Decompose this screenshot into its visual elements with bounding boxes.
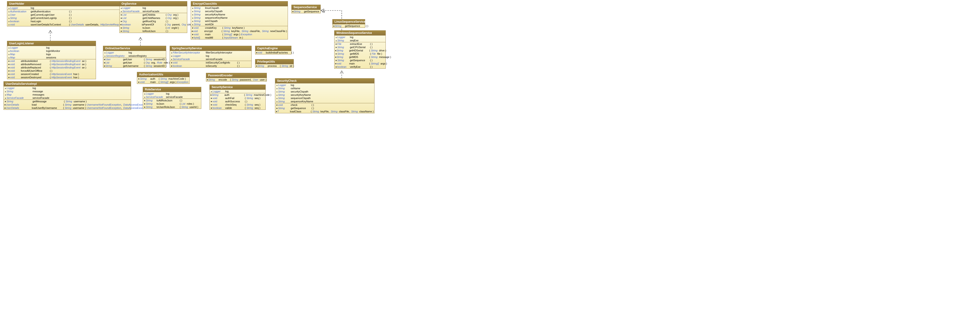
member-type: void (140, 81, 150, 84)
member-name: checkSeq (225, 103, 245, 106)
member-name: main (205, 33, 222, 36)
member-name: message (33, 90, 54, 93)
method-row: ●StringgetMessage( String username ) (4, 100, 131, 103)
visibility-icon: ● (191, 33, 194, 36)
member-name: toRootJson (143, 30, 166, 32)
params: ( HttpSessionBindingEvent se ) (50, 63, 86, 66)
attr-row: ⬧StringsecurityKeyName (191, 13, 288, 16)
member-name: log (206, 54, 242, 57)
class-SecurityCheck: SecurityCheck ⬧Loggerlog⬧StringosName⬧St… (275, 78, 374, 113)
method-row: ●FileextractExe( ) (334, 42, 385, 46)
method-row: ●booleanvalide( String seq ) (210, 106, 266, 109)
member-type: boolean (213, 106, 225, 109)
member-name: toAllRoleJson (157, 99, 180, 102)
member-name: readAll (205, 36, 222, 39)
method-row: ●StringgetHDSerial( String drive ) (334, 49, 385, 52)
member-name: getHDSerial (349, 49, 369, 52)
member-name: log (225, 90, 240, 93)
visibility-icon: ● (333, 25, 335, 27)
visibility-icon: ● (335, 49, 337, 52)
attr-row: ⬧Maplogs (7, 52, 96, 56)
member-type: void (10, 66, 21, 69)
params: ( String keyName ) (222, 26, 245, 29)
visibility-icon: ⬧ (8, 46, 10, 49)
method-row: ●StringgetMD5( String message ) (334, 55, 385, 59)
params: ( ) (237, 65, 239, 67)
method-row: ●voidmain( String[] args ) Exception (137, 81, 189, 84)
member-type: String (278, 90, 291, 93)
member-type: ServiceFacade (6, 96, 33, 99)
method-row: ●voidauthSuccess( ) (210, 100, 266, 103)
member-name: hasLogin (31, 20, 69, 23)
visibility-icon: ⬧ (120, 6, 123, 9)
member-name: attributeReplaced (21, 66, 50, 69)
visibility-icon: ● (138, 78, 140, 80)
class-CaptchaEngine: CaptchaEngine ●voidbuildInitialFactories… (255, 46, 291, 54)
member-type: Org (123, 20, 143, 23)
class-title: LinuxSequenceService (332, 19, 365, 24)
params: ( InputStream in ) (222, 36, 243, 39)
member-name: toJson (157, 102, 180, 105)
member-type: boolean (10, 20, 31, 23)
method-row: ●ListgetUser( Org org, Role role ) (103, 61, 166, 64)
member-type: List (105, 61, 123, 64)
member-name: loadUserByUsername (32, 106, 63, 109)
params: ( Org org ) (166, 17, 178, 19)
member-type: void (10, 23, 31, 26)
member-name: securityKeyName (205, 13, 234, 16)
params: ( ) (50, 70, 52, 72)
visibility-icon: ⬧ (191, 13, 194, 16)
visibility-icon: ● (120, 17, 123, 19)
visibility-icon: ● (8, 76, 10, 79)
member-type: void (10, 70, 21, 72)
member-type: Map (10, 56, 46, 59)
member-name: log (129, 51, 153, 54)
visibility-icon: ● (207, 78, 208, 81)
member-type: String (337, 49, 349, 52)
member-type: String (194, 23, 205, 26)
member-name: getUser (123, 61, 144, 64)
visibility-icon: ● (104, 58, 105, 61)
class-RoleService: RoleService ⬧Loggerlog⬧ServiceFacadeserv… (143, 87, 201, 109)
member-type: Map (6, 93, 33, 96)
member-type: List (123, 13, 143, 16)
method-row: ●ListgetChildNames( Org org ) (119, 16, 187, 20)
params: ( String keyFile, String classFile, Stri… (222, 30, 287, 32)
class-LinuxSequenceService: LinuxSequenceService ●StringgetSequence(… (332, 19, 365, 28)
attr-row: ⬧StringworkDir (191, 23, 288, 26)
visibility-icon: ● (120, 23, 122, 26)
member-type: String (337, 46, 350, 49)
params: ( String message ) (369, 55, 391, 59)
member-name: winClspath (205, 20, 234, 22)
visibility-icon: ● (104, 65, 105, 67)
class-UserLoginListener: UserLoginListener ⬧Loggerlog⬧booleanlogi… (7, 41, 96, 79)
attr-row: ⬧StringsecurityClspath (275, 90, 374, 93)
member-type: String (6, 100, 33, 103)
visibility-icon: ⬧ (8, 49, 10, 52)
params: ( Org org, Role role ) (144, 61, 170, 64)
member-type: String (123, 30, 143, 32)
visibility-icon: ● (143, 99, 146, 102)
params: ( ) (69, 13, 72, 16)
attr-row: ⬧StringseqExe (334, 39, 385, 42)
visibility-icon: ● (120, 13, 123, 16)
attr-row: ⬧StringosName (275, 87, 374, 90)
member-type: void (194, 26, 205, 29)
member-type: String (335, 25, 345, 27)
attr-row: ⬧Loggerlog (210, 90, 266, 93)
member-name: sessions (46, 56, 68, 59)
visibility-icon: ● (191, 30, 193, 32)
attr-row: ⬧ServiceFacadeserviceFacade (170, 57, 251, 61)
member-name: auth (224, 93, 244, 96)
member-type: T (277, 110, 290, 113)
params: ( Org parent, Org child ) (165, 23, 194, 26)
member-type: Logger (123, 6, 143, 9)
member-type: User (105, 58, 123, 61)
member-type: String (337, 52, 350, 55)
params: ( ) (166, 20, 168, 23)
member-name: getSequence (345, 25, 366, 27)
member-type: String (258, 65, 268, 67)
params: ( ) (69, 10, 72, 13)
params: ( HttpSessionEvent hse ) (50, 76, 79, 79)
member-name: initSecurityConfigInfo (206, 61, 237, 64)
